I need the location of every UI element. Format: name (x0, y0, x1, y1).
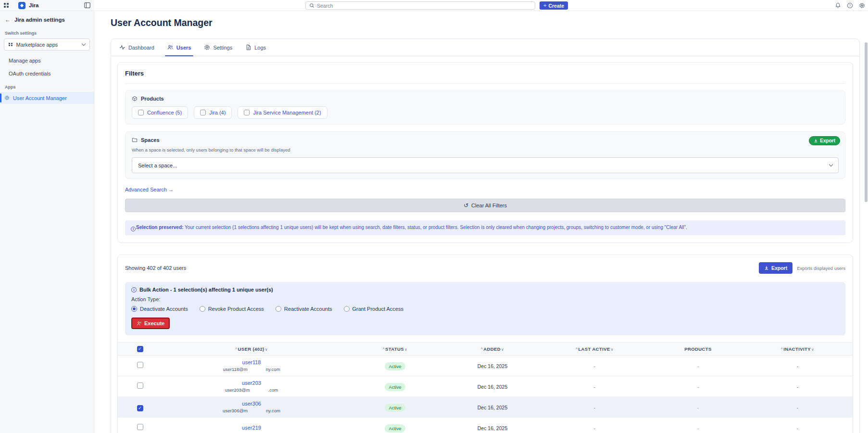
radio-icon[interactable] (200, 306, 205, 312)
status-badge: Active (385, 424, 406, 433)
radio-icon[interactable] (344, 306, 350, 312)
inactivity-value: - (797, 426, 798, 431)
product-chips: Confluence (5) Jira (4) Jira Service Man… (132, 106, 839, 119)
product-chip-jsm[interactable]: Jira Service Management (2) (238, 106, 327, 119)
collapse-panel-icon[interactable] (84, 2, 90, 8)
row-checkbox[interactable] (137, 424, 143, 430)
col-last-active[interactable]: ^LAST ACTIVE∨ (536, 343, 654, 356)
user-link[interactable]: user118 (162, 359, 341, 365)
search-input[interactable] (317, 3, 535, 9)
scrollbar-thumb[interactable] (865, 42, 868, 202)
scrollbar[interactable] (864, 11, 868, 433)
sidebar-item-manage-apps[interactable]: Manage apps (9, 58, 41, 64)
products-value: - (697, 426, 699, 431)
marketplace-grid-icon (9, 43, 13, 47)
sidebar-item-user-account-manager[interactable]: User Account Manager (0, 92, 94, 104)
spaces-description: When a space is selected, only users bel… (132, 147, 839, 153)
space-select[interactable]: Select a space... (132, 157, 839, 173)
svg-text:?: ? (849, 3, 851, 7)
user-email: user203@m.com (162, 387, 341, 393)
clear-all-filters-button[interactable]: ↺ Clear All Filters (125, 199, 845, 212)
tab-logs[interactable]: Logs (245, 39, 266, 56)
settings-icon[interactable] (859, 2, 865, 9)
action-type-radios: Deactivate Accounts Revoke Product Acces… (131, 306, 839, 312)
sort-desc-icon: ∨ (404, 347, 407, 352)
row-checkbox[interactable]: ✓ (137, 405, 143, 411)
last-active-value: - (594, 405, 595, 410)
products-label: Products (141, 96, 164, 102)
radio-deactivate-accounts[interactable]: Deactivate Accounts (131, 306, 188, 312)
sort-asc-icon: ^ (235, 347, 237, 352)
bulk-action-title-row: i Bulk Action - 1 selection(s) affecting… (131, 287, 839, 293)
last-active-value: - (594, 364, 595, 369)
spaces-filter: Spaces Export When a space is selected, … (125, 131, 845, 179)
user-link[interactable]: user203 (162, 380, 341, 386)
col-user[interactable]: ^USER (402)∨ (162, 343, 341, 356)
tab-settings[interactable]: Settings (204, 39, 232, 56)
sidebar-item-oauth-credentials[interactable]: OAuth credentials (9, 71, 50, 76)
execute-button[interactable]: Execute (131, 318, 170, 329)
users-card: Showing 402 of 402 users Export Exports … (117, 255, 853, 433)
col-inactivity[interactable]: ^INACTIVITY∨ (742, 343, 853, 356)
radio-icon[interactable] (276, 306, 281, 312)
user-link[interactable]: user306 (162, 401, 341, 407)
help-icon[interactable]: ? (847, 2, 853, 9)
col-status[interactable]: ^STATUS∨ (341, 343, 449, 356)
product-chip-confluence[interactable]: Confluence (5) (132, 106, 188, 119)
notifications-icon[interactable] (835, 2, 841, 9)
sort-desc-icon: ∨ (265, 347, 268, 352)
filters-title: Filters (125, 70, 845, 77)
switch-settings-label: Switch settings (5, 31, 94, 36)
radio-revoke-product-access[interactable]: Revoke Product Access (200, 306, 264, 312)
radio-grant-product-access[interactable]: Grant Product Access (344, 306, 403, 312)
filters-card: Filters Products Confluence (5) (117, 62, 853, 243)
folder-icon (132, 137, 138, 143)
product-chip-jira[interactable]: Jira (4) (194, 106, 232, 119)
action-type-label: Action Type: (131, 296, 839, 302)
info-icon: i (131, 227, 136, 231)
spaces-label: Spaces (141, 137, 160, 143)
bulk-action-panel: i Bulk Action - 1 selection(s) affecting… (125, 282, 845, 335)
users-header: Showing 402 of 402 users Export Exports … (125, 262, 845, 274)
person-x-icon (137, 321, 142, 326)
checkbox[interactable] (200, 110, 206, 115)
download-icon (764, 266, 769, 270)
user-link[interactable]: user219 (162, 425, 341, 431)
sidebar: ← Jira admin settings Switch settings Ma… (0, 11, 94, 433)
cube-icon (132, 96, 138, 102)
jira-logo-icon[interactable] (18, 2, 25, 9)
tab-users[interactable]: Users (167, 39, 191, 56)
users-export-button[interactable]: Export (759, 262, 793, 274)
select-all-checkbox[interactable]: ✓ (137, 346, 143, 352)
inactivity-value: - (797, 364, 798, 369)
checkbox[interactable] (138, 110, 144, 115)
row-checkbox[interactable] (137, 362, 143, 368)
create-button[interactable]: + Create (540, 1, 568, 10)
sidebar-back[interactable]: ← Jira admin settings (0, 11, 94, 23)
inactivity-value: - (797, 384, 798, 390)
global-search[interactable] (305, 1, 535, 10)
added-date: Dec 16, 2025 (478, 425, 507, 431)
tab-dashboard[interactable]: Dashboard (119, 39, 154, 56)
info-icon: i (131, 287, 137, 293)
refresh-icon: ↺ (464, 203, 468, 208)
user-email: user118@mny.com (162, 367, 341, 372)
notice-text: Your current selection (1 selections aff… (185, 225, 687, 230)
col-added[interactable]: ^ADDED∨ (449, 343, 536, 356)
users-summary: Showing 402 of 402 users (125, 265, 186, 271)
sort-asc-icon: ^ (781, 347, 783, 352)
row-checkbox[interactable] (137, 382, 143, 389)
bulk-action-title: Bulk Action - 1 selection(s) affecting 1… (139, 287, 273, 293)
checkbox[interactable] (244, 110, 250, 115)
brand-name: Jira (29, 2, 38, 8)
advanced-search-link[interactable]: Advanced Search → (125, 187, 174, 192)
settings-scope-dropdown[interactable]: Marketplace apps (4, 38, 90, 51)
col-products[interactable]: PRODUCTS (654, 343, 742, 356)
back-arrow-icon[interactable]: ← (5, 17, 11, 23)
radio-reactivate-accounts[interactable]: Reactivate Accounts (276, 306, 332, 312)
search-icon (309, 3, 314, 8)
app-switcher-icon[interactable] (4, 3, 9, 8)
download-icon (814, 139, 818, 143)
spaces-export-button[interactable]: Export (809, 136, 840, 145)
radio-icon[interactable] (131, 306, 137, 312)
